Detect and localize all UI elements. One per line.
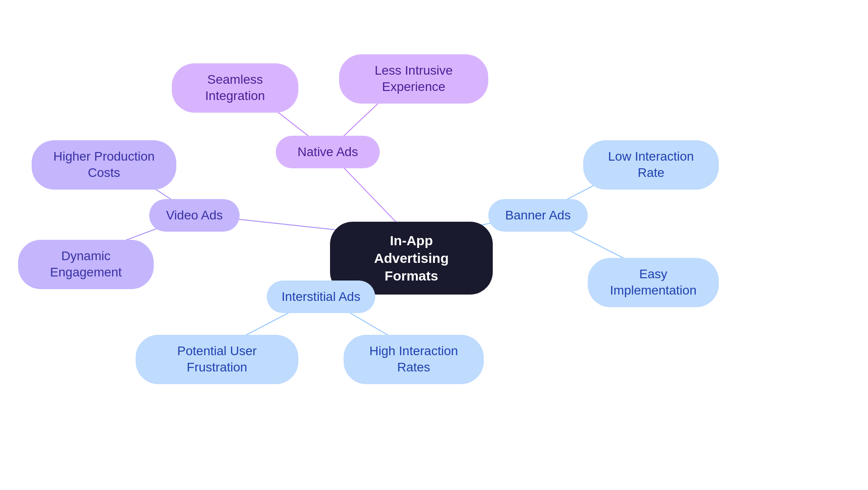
high-interaction-node: High Interaction Rates [344, 335, 484, 384]
less-intrusive-node: Less Intrusive Experience [339, 54, 488, 104]
dynamic-engagement-node: Dynamic Engagement [18, 240, 154, 289]
higher-production-node: Higher Production Costs [32, 140, 176, 190]
banner-ads-node: Banner Ads [488, 199, 588, 232]
video-ads-node: Video Ads [149, 199, 240, 232]
interstitial-ads-node: Interstitial Ads [267, 281, 375, 313]
easy-implementation-node: Easy Implementation [588, 258, 719, 307]
low-interaction-node: Low Interaction Rate [583, 140, 719, 190]
native-ads-node: Native Ads [276, 136, 380, 168]
mind-map-container: In-App Advertising FormatsNative AdsSeam… [0, 0, 868, 490]
seamless-integration-node: Seamless Integration [172, 63, 298, 113]
potential-frustration-node: Potential User Frustration [136, 335, 298, 384]
